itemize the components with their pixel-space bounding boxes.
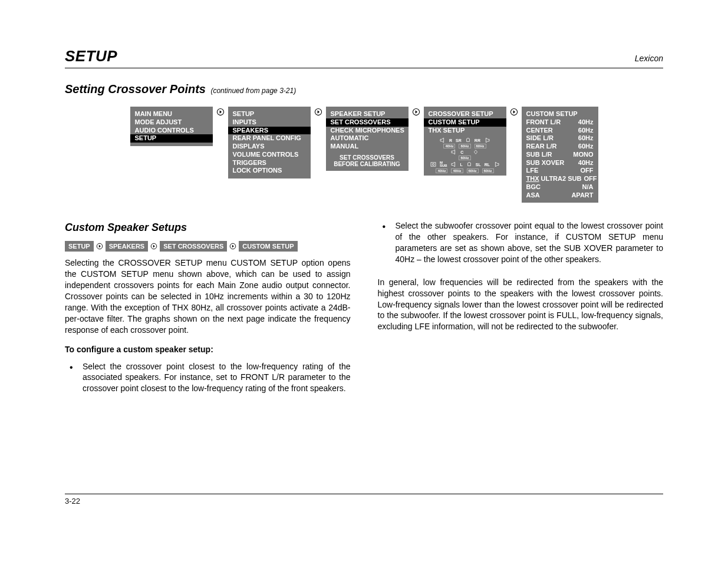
- menu-item: SETUP: [233, 110, 306, 118]
- menu-crossover-setup: CROSSOVER SETUPCUSTOM SETUPTHX SETUPR SR…: [424, 107, 506, 176]
- menu-row: BGCN/A: [526, 183, 594, 191]
- svg-point-4: [432, 163, 434, 165]
- menu-cascade: MAIN MENUMODE ADJUSTAUDIO CONTROLSSETUP …: [65, 107, 663, 203]
- menu-row: SUB XOVER40Hz: [526, 159, 594, 167]
- menu-item: SET CROSSOVERS: [326, 118, 409, 127]
- menu-speaker-setup: SPEAKER SETUPSET CROSSOVERSCHECK MICROPH…: [326, 107, 409, 171]
- breadcrumb-item: SETUP: [65, 241, 94, 252]
- menu-title: CUSTOM SETUP: [526, 110, 594, 118]
- arrow-icon: [510, 108, 518, 116]
- menu-row: LFEOFF: [526, 167, 594, 175]
- paragraph-intro: Selecting the CROSSOVER SETUP menu CUSTO…: [65, 257, 351, 335]
- svg-rect-3: [431, 163, 436, 166]
- menu-item: CROSSOVER SETUP: [429, 110, 502, 118]
- section-heading: Setting Crossover Points (continued from…: [65, 82, 663, 96]
- menu-item: THX SETUP: [429, 127, 502, 135]
- section-title: Setting Crossover Points: [65, 82, 206, 95]
- menu-row: THX ULTRA2 SUBOFF: [526, 175, 594, 183]
- arrow-icon: [150, 243, 157, 250]
- menu-item: SPEAKER SETUP: [331, 110, 404, 118]
- breadcrumb-item: SET CROSSOVERS: [160, 241, 227, 252]
- menu-item: VOLUME CONTROLS: [233, 151, 306, 159]
- page-title: SETUP: [65, 47, 117, 65]
- menu-item: MAIN MENU: [135, 110, 208, 118]
- arrow-icon: [96, 243, 103, 250]
- menu-row: ASAAPART: [526, 191, 594, 200]
- speaker-diagram: R SRRR40Hz60Hz60HzC 60HzMSUBLSL RL40Hz40…: [429, 138, 502, 173]
- menu-main: MAIN MENUMODE ADJUSTAUDIO CONTROLSSETUP: [130, 107, 213, 146]
- bullet-item: Select the subwoofer crossover point equ…: [378, 220, 664, 265]
- menu-row: FRONT L/R40Hz: [526, 118, 594, 127]
- right-column: Select the subwoofer crossover point equ…: [378, 220, 664, 400]
- menu-custom-setup: CUSTOM SETUPFRONT L/R40HzCENTER60HzSIDE …: [522, 107, 598, 203]
- left-column: Custom Speaker Setups SETUPSPEAKERSSET C…: [65, 220, 351, 400]
- menu-item: DISPLAYS: [233, 143, 306, 151]
- menu-row: SIDE L/R60Hz: [526, 134, 594, 143]
- breadcrumb-item: SPEAKERS: [106, 241, 149, 252]
- bullet-list-left: Select the crossover point closest to th…: [65, 361, 351, 395]
- menu-item: SETUP: [130, 134, 213, 143]
- brand-label: Lexicon: [635, 54, 663, 63]
- menu-row: CENTER60Hz: [526, 127, 594, 135]
- menu-item: CHECK MICROPHONES: [331, 127, 404, 135]
- menu-item: MANUAL: [331, 143, 404, 151]
- menu-row: SUB L/RMONO: [526, 151, 594, 159]
- bullet-item: Select the crossover point closest to th…: [65, 361, 351, 395]
- arrow-icon: [216, 108, 225, 116]
- header-row: SETUP Lexicon: [65, 47, 663, 68]
- arrow-icon: [314, 108, 322, 116]
- breadcrumb-item: CUSTOM SETUP: [239, 241, 297, 252]
- section-continued: (continued from page 3-21): [210, 87, 296, 95]
- bullet-list-right: Select the subwoofer crossover point equ…: [378, 220, 664, 265]
- page-number: 3-22: [65, 497, 80, 505]
- subsection-heading: Custom Speaker Setups: [65, 220, 351, 234]
- breadcrumb-row: SETUPSPEAKERSSET CROSSOVERSCUSTOM SETUP: [65, 241, 351, 252]
- menu-item: AUTOMATIC: [331, 134, 404, 143]
- menu-item: REAR PANEL CONFIG: [233, 134, 306, 143]
- menu-item: AUDIO CONTROLS: [135, 127, 208, 135]
- arrow-icon: [229, 243, 236, 250]
- menu-item: MODE ADJUST: [135, 118, 208, 127]
- menu-setup: SETUPINPUTSSPEAKERSREAR PANEL CONFIGDISP…: [228, 107, 311, 178]
- arrow-icon: [412, 108, 420, 116]
- content-columns: Custom Speaker Setups SETUPSPEAKERSSET C…: [65, 220, 663, 400]
- menu-note: SET CROSSOVERSBEFORE CALIBRATING: [331, 154, 404, 167]
- menu-item: TRIGGERS: [233, 159, 306, 167]
- page-footer: 3-22: [65, 494, 663, 505]
- instruction-heading: To configure a custom speaker setup:: [65, 344, 351, 355]
- menu-item: INPUTS: [233, 118, 306, 127]
- paragraph-general: In general, low frequencies will be redi…: [378, 277, 664, 332]
- menu-row: REAR L/R60Hz: [526, 143, 594, 151]
- menu-item: SPEAKERS: [228, 127, 311, 135]
- menu-item: CUSTOM SETUP: [424, 118, 506, 127]
- menu-item: LOCK OPTIONS: [233, 167, 306, 175]
